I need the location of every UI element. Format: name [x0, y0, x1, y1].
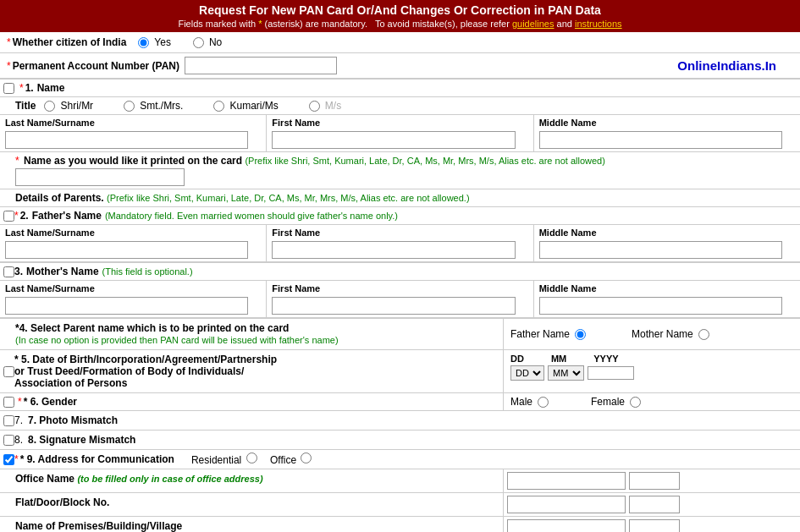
title-row: Title Shri/Mr Smt./Mrs. Kumari/Ms M/s	[0, 97, 800, 115]
gender-label: * 6. Gender	[24, 396, 77, 408]
section1-number: 1.	[25, 82, 34, 94]
shri-label: Shri/Mr	[60, 100, 93, 112]
dob-label: * 5. Date of Birth/Incorporation/Agreeme…	[14, 354, 277, 365]
female-radio[interactable]	[630, 397, 641, 408]
photo-mismatch-label: 7. Photo Mismatch	[28, 414, 118, 426]
printed-name-note: (Prefix like Shri, Smt, Kumari, Late, Dr…	[245, 156, 604, 166]
signature-mismatch-number: 8.	[14, 434, 23, 446]
father-first-name-field: First Name	[267, 225, 533, 261]
flat-input-cell	[504, 493, 800, 516]
section1-title: Name	[37, 82, 65, 94]
male-radio[interactable]	[538, 397, 549, 408]
required-star-pan: *	[7, 60, 11, 72]
mother-name-group: Mother Name	[632, 328, 711, 340]
flat-label-cell: Flat/Door/Block No.	[0, 493, 504, 516]
mother-first-name-label: First Name	[272, 283, 527, 293]
printed-name-input[interactable]	[15, 168, 185, 186]
kumari-label: Kumari/Ms	[229, 100, 278, 112]
citizen-yes-label: Yes	[154, 36, 171, 48]
signature-mismatch-label: 8. Signature Mismatch	[28, 434, 135, 446]
office-name-row: Office Name (to be filled only in case o…	[0, 469, 800, 493]
citizen-no-radio[interactable]	[193, 37, 204, 48]
address-section: * * 9. Address for Communication Residen…	[0, 450, 800, 532]
female-label: Female	[591, 396, 625, 408]
middle-name-input[interactable]	[539, 131, 782, 149]
section1-checkbox[interactable]	[3, 83, 14, 94]
address-checkbox[interactable]	[3, 454, 14, 465]
office-name-input2[interactable]	[629, 472, 680, 490]
parent-select-row: *4. Select Parent name which is to be pr…	[0, 319, 800, 350]
premises-label: Name of Premises/Building/Village	[15, 520, 182, 532]
father-middle-name-label: Middle Name	[539, 228, 795, 238]
middle-name-field: Middle Name	[534, 115, 800, 151]
mother-last-name-input[interactable]	[5, 297, 248, 315]
office-name-label-cell: Office Name (to be filled only in case o…	[0, 469, 504, 492]
kumari-radio[interactable]	[213, 101, 224, 112]
first-name-input[interactable]	[272, 131, 515, 149]
signature-mismatch-row: 8. 8. Signature Mismatch	[0, 431, 800, 450]
mother-section: 3. Mother's Name (This field is optional…	[0, 263, 800, 319]
smt-group: Smt./Mrs.	[122, 100, 190, 112]
father-last-name-label: Last Name/Surname	[5, 228, 261, 238]
premises-input[interactable]	[507, 519, 626, 532]
dob-label3: Association of Persons	[14, 377, 127, 389]
photo-mismatch-checkbox[interactable]	[3, 415, 14, 426]
address-header: * * 9. Address for Communication Residen…	[0, 450, 800, 469]
ms-radio[interactable]	[309, 101, 320, 112]
shri-radio[interactable]	[44, 101, 55, 112]
premises-input-cell	[504, 517, 800, 532]
citizen-no-label: No	[209, 36, 222, 48]
office-name-label: Office Name	[15, 473, 74, 485]
mother-note: (This field is optional.)	[102, 266, 193, 277]
office-radio2[interactable]	[301, 452, 312, 463]
mother-first-name-input[interactable]	[272, 297, 515, 315]
citizen-yes-radio[interactable]	[138, 37, 149, 48]
father-middle-name-input[interactable]	[539, 241, 782, 259]
parent-select-right: Father Name Mother Name	[504, 319, 800, 349]
mother-header: 3. Mother's Name (This field is optional…	[0, 263, 800, 281]
name-fields-row: Last Name/Surname First Name Middle Name	[0, 115, 800, 152]
flat-label: Flat/Door/Block No.	[15, 496, 109, 508]
pan-input[interactable]	[185, 57, 337, 74]
instructions-link[interactable]: instructions	[575, 19, 622, 29]
ms-label: M/s	[325, 100, 341, 112]
mm-select[interactable]: MM01020304 0506070809 101112	[548, 365, 584, 381]
flat-input[interactable]	[507, 496, 626, 513]
pan-row: * Permanent Account Number (PAN) OnlineI…	[0, 53, 800, 79]
father-checkbox[interactable]	[3, 211, 14, 222]
premises-row: Name of Premises/Building/Village	[0, 517, 800, 532]
citizen-no-group: No	[191, 36, 229, 48]
male-group: Male	[510, 396, 550, 408]
section1-header: * 1. Name	[0, 79, 800, 97]
kumari-group: Kumari/Ms	[212, 100, 284, 112]
last-name-input[interactable]	[5, 131, 248, 149]
father-first-name-input[interactable]	[272, 241, 515, 259]
father-first-name-label: First Name	[272, 228, 527, 238]
father-last-name-field: Last Name/Surname	[0, 225, 267, 261]
parent-select-note: (In case no option is provided then PAN …	[15, 335, 339, 345]
dob-checkbox[interactable]	[3, 366, 14, 377]
dob-label2: or Trust Deed/Formation of Body of Indiv…	[14, 365, 244, 377]
mother-checkbox[interactable]	[3, 266, 14, 277]
flat-input2[interactable]	[629, 496, 680, 513]
gender-left: * * 6. Gender	[0, 393, 504, 410]
mother-name-radio[interactable]	[698, 329, 709, 340]
pan-label: Permanent Account Number (PAN)	[13, 60, 179, 72]
signature-mismatch-checkbox[interactable]	[3, 435, 14, 446]
flat-row: Flat/Door/Block No.	[0, 493, 800, 517]
gender-checkbox[interactable]	[3, 397, 14, 408]
mother-last-name-field: Last Name/Surname	[0, 281, 267, 317]
residential-radio[interactable]	[246, 452, 257, 463]
office-name-input[interactable]	[507, 472, 626, 490]
father-name-radio[interactable]	[575, 329, 586, 340]
yyyy-input[interactable]	[588, 366, 634, 380]
premises-input2[interactable]	[629, 519, 680, 532]
smt-radio[interactable]	[124, 101, 135, 112]
ms-group: M/s	[307, 100, 348, 112]
father-name-fields: Last Name/Surname First Name Middle Name	[0, 225, 800, 262]
dob-inputs: DD0102030405 0607080910 1112131415 16171…	[510, 365, 793, 381]
dd-select[interactable]: DD0102030405 0607080910 1112131415 16171…	[510, 365, 544, 381]
mother-middle-name-input[interactable]	[539, 297, 782, 315]
father-last-name-input[interactable]	[5, 241, 248, 259]
guidelines-link[interactable]: guidelines	[512, 19, 554, 29]
